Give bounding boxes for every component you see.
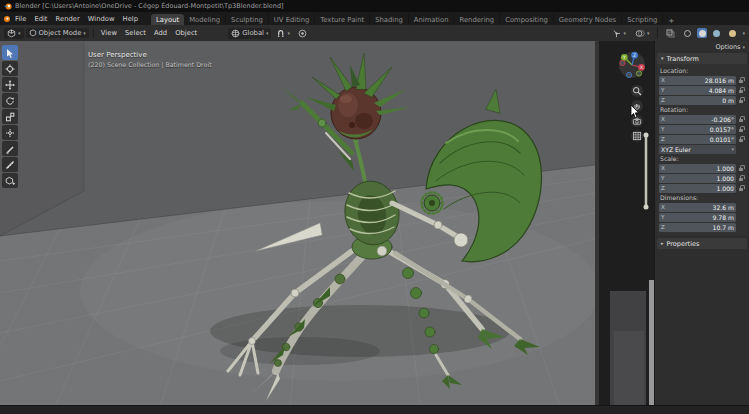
tool-scale[interactable] [2,109,18,124]
zoom-button[interactable] [631,85,643,97]
editor-type-button[interactable]: ▾ [4,28,24,39]
menu-render[interactable]: Render [52,15,84,23]
workspace-tab-texture-paint[interactable]: Texture Paint [315,14,370,25]
dimensions-z-field[interactable]: Z 10.7 m [659,223,736,232]
scale-z-value: 1.000 [717,185,734,192]
menu-window[interactable]: Window [84,15,119,23]
scale-z-field[interactable]: Z 1.000 [659,184,736,193]
tool-measure[interactable] [2,157,18,172]
lock-icon[interactable] [739,87,744,94]
rotation-x-field[interactable]: X -0.206° [659,115,736,124]
workspace-tab-scripting[interactable]: Scripting [622,14,663,25]
menu-view[interactable]: View [98,29,120,37]
shading-material-button[interactable] [710,29,723,38]
show-gizmo-dropdown[interactable]: ▾ [609,28,629,39]
menu-help[interactable]: Help [119,15,143,23]
toggle-perspective-button[interactable] [631,130,643,142]
shading-solid-button[interactable] [697,28,707,38]
navigation-gizmo[interactable]: X Y Z [618,51,646,79]
dimensions-z-value: 10.7 m [713,224,734,231]
menu-object[interactable]: Object [172,29,200,37]
menu-select[interactable]: Select [122,29,149,37]
dimensions-y-row: Y 9.78 m [659,212,745,222]
tool-select-box[interactable] [2,45,18,60]
rotation-y-field[interactable]: Y 0.0157° [659,125,736,134]
axis-label: Z [661,136,665,142]
dimensions-x-row: X 32.6 m [659,202,745,212]
lock-icon[interactable] [739,136,744,143]
workspace-tab-modeling[interactable]: Modeling [184,14,226,25]
scale-y-field[interactable]: Y 1.000 [659,174,736,183]
workspace-tab-sculpting[interactable]: Sculpting [226,14,269,25]
blender-menu-icon[interactable] [3,15,11,23]
rotation-x-row: X -0.206° [659,114,745,124]
menu-file[interactable]: File [11,15,30,23]
rotation-y-row: Y 0.0157° [659,124,745,134]
workspace-tab-layout[interactable]: Layout [151,14,184,25]
lock-icon[interactable] [739,165,744,172]
location-y-field[interactable]: Y 4.084 m [659,86,736,95]
location-x-field[interactable]: X 28.016 m [659,76,736,85]
scene-canvas [0,41,655,406]
lock-icon[interactable] [739,185,744,192]
axis-label: Y [661,126,664,132]
rotation-mode-row: XYZ Euler ▾ [659,144,745,154]
chevron-down-icon: ▾ [731,147,734,152]
3d-cursor-icon [5,64,15,74]
collapse-arrow-icon: ▸ [661,241,664,246]
location-label: Location: [659,66,745,75]
snapping-toggle[interactable]: ▾ [273,28,293,39]
tool-cursor[interactable] [2,61,18,76]
transform-orientation-dropdown[interactable]: Global ▾ [228,28,271,39]
workspace-tab-geometry-nodes[interactable]: Geometry Nodes [554,14,622,25]
chevron-down-icon: ▾ [623,31,626,36]
dimensions-label: Dimensions: [659,193,745,202]
show-overlays-dropdown[interactable]: ▾ [632,28,653,39]
lock-icon[interactable] [739,175,744,182]
rotation-x-value: -0.206° [711,116,734,123]
axis-label: Y [661,87,664,93]
proportional-editing-toggle[interactable] [295,28,310,39]
scale-x-field[interactable]: X 1.000 [659,164,736,173]
add-workspace-button[interactable]: + [663,17,679,25]
menu-edit[interactable]: Edit [30,15,51,23]
divider [93,28,94,38]
axis-label: X [661,204,665,210]
options-button[interactable]: Options ▾ [715,43,745,51]
lock-icon[interactable] [739,97,744,104]
xray-toggle[interactable] [663,28,678,39]
workspace-tab-compositing[interactable]: Compositing [500,14,554,25]
3d-viewport[interactable]: User Perspective (220) Scene Collection … [0,41,655,406]
object-mode-cube-icon [29,29,37,37]
dimensions-y-field[interactable]: Y 9.78 m [659,213,736,222]
workspace-tab-animation[interactable]: Animation [409,14,455,25]
dimensions-x-field[interactable]: X 32.6 m [659,203,736,212]
tool-add-cube[interactable] [2,173,18,188]
workspace-tab-uv-editing[interactable]: UV Editing [269,14,315,25]
rotation-z-field[interactable]: Z 0.0101° [659,135,736,144]
tool-transform[interactable] [2,125,18,140]
lock-icon[interactable] [739,116,744,123]
axis-label: Z [661,97,665,103]
shading-wireframe-button[interactable] [681,29,694,38]
axis-label: Z [661,224,665,230]
transform-panel-header[interactable]: ▾ Transform [657,53,747,64]
shading-rendered-icon [729,30,736,37]
workspace-tab-shading[interactable]: Shading [370,14,409,25]
shading-rendered-button[interactable] [726,29,739,38]
axis-label: X [661,116,665,122]
lock-icon[interactable] [739,77,744,84]
lock-icon[interactable] [739,126,744,133]
tool-rotate[interactable] [2,93,18,108]
axis-label: Y [661,214,664,220]
location-z-field[interactable]: Z 0 m [659,96,736,105]
rotation-mode-dropdown[interactable]: XYZ Euler ▾ [659,145,736,154]
menu-add[interactable]: Add [151,29,170,37]
transform-title: Transform [667,55,699,63]
workspace-tab-rendering[interactable]: Rendering [454,14,500,25]
properties-panel-header[interactable]: ▸ Properties [657,238,747,249]
mode-dropdown[interactable]: Object Mode ▾ [26,28,89,38]
tool-annotate[interactable] [2,141,18,156]
tool-move[interactable] [2,77,18,92]
scale-y-row: Y 1.000 [659,173,745,183]
